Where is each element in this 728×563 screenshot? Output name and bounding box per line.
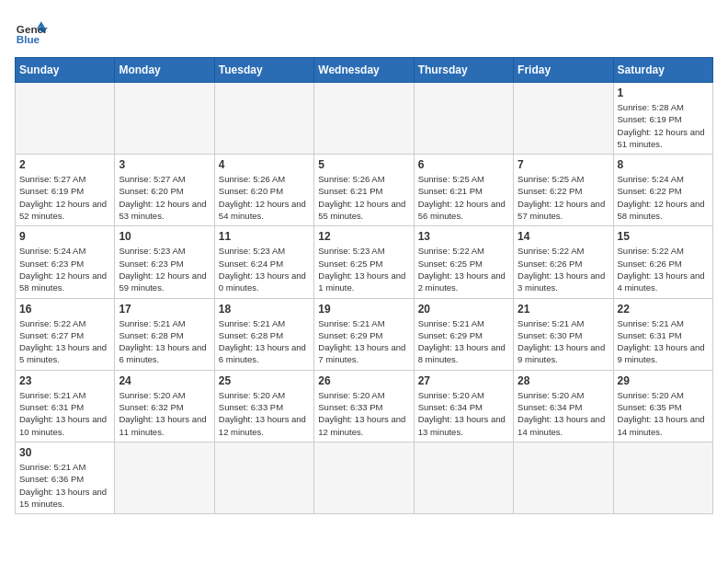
day-cell: 27Sunrise: 5:20 AM Sunset: 6:34 PM Dayli… <box>414 370 513 442</box>
day-cell <box>214 442 313 513</box>
day-number: 19 <box>318 303 409 316</box>
day-cell: 30Sunrise: 5:21 AM Sunset: 6:36 PM Dayli… <box>16 442 115 513</box>
day-cell <box>314 83 414 155</box>
week-row-0: 1Sunrise: 5:28 AM Sunset: 6:19 PM Daylig… <box>16 83 713 155</box>
day-cell: 24Sunrise: 5:20 AM Sunset: 6:32 PM Dayli… <box>115 370 214 442</box>
day-number: 18 <box>219 303 310 316</box>
day-info: Sunrise: 5:24 AM Sunset: 6:22 PM Dayligh… <box>618 173 709 222</box>
day-cell: 14Sunrise: 5:22 AM Sunset: 6:26 PM Dayli… <box>514 226 613 298</box>
day-info: Sunrise: 5:27 AM Sunset: 6:20 PM Dayligh… <box>119 173 210 222</box>
day-number: 10 <box>119 230 210 243</box>
day-number: 5 <box>318 158 409 171</box>
day-cell <box>514 83 613 155</box>
day-info: Sunrise: 5:21 AM Sunset: 6:36 PM Dayligh… <box>19 461 110 510</box>
day-cell <box>314 442 414 513</box>
day-info: Sunrise: 5:25 AM Sunset: 6:21 PM Dayligh… <box>418 173 509 222</box>
day-number: 4 <box>219 158 310 171</box>
day-number: 24 <box>119 374 210 387</box>
calendar: SundayMondayTuesdayWednesdayThursdayFrid… <box>15 57 713 514</box>
day-info: Sunrise: 5:22 AM Sunset: 6:26 PM Dayligh… <box>518 245 609 293</box>
logo: General Blue <box>15 15 48 48</box>
day-cell: 20Sunrise: 5:21 AM Sunset: 6:29 PM Dayli… <box>414 298 513 370</box>
day-number: 15 <box>618 230 709 243</box>
day-number: 30 <box>19 446 110 459</box>
day-cell: 25Sunrise: 5:20 AM Sunset: 6:33 PM Dayli… <box>214 370 313 442</box>
day-cell <box>514 442 613 513</box>
day-cell: 7Sunrise: 5:25 AM Sunset: 6:22 PM Daylig… <box>514 155 613 226</box>
day-cell: 28Sunrise: 5:20 AM Sunset: 6:34 PM Dayli… <box>514 370 613 442</box>
week-row-4: 23Sunrise: 5:21 AM Sunset: 6:31 PM Dayli… <box>16 370 713 442</box>
day-cell: 3Sunrise: 5:27 AM Sunset: 6:20 PM Daylig… <box>115 155 214 226</box>
day-info: Sunrise: 5:21 AM Sunset: 6:28 PM Dayligh… <box>219 317 310 366</box>
day-cell: 2Sunrise: 5:27 AM Sunset: 6:19 PM Daylig… <box>16 155 115 226</box>
day-number: 27 <box>418 374 509 387</box>
day-number: 3 <box>119 158 210 171</box>
day-cell: 19Sunrise: 5:21 AM Sunset: 6:29 PM Dayli… <box>314 298 414 370</box>
day-cell: 21Sunrise: 5:21 AM Sunset: 6:30 PM Dayli… <box>514 298 613 370</box>
day-number: 23 <box>19 374 110 387</box>
day-number: 14 <box>518 230 609 243</box>
day-info: Sunrise: 5:22 AM Sunset: 6:25 PM Dayligh… <box>418 245 509 293</box>
day-cell: 29Sunrise: 5:20 AM Sunset: 6:35 PM Dayli… <box>613 370 712 442</box>
day-info: Sunrise: 5:23 AM Sunset: 6:24 PM Dayligh… <box>219 245 310 293</box>
week-row-3: 16Sunrise: 5:22 AM Sunset: 6:27 PM Dayli… <box>16 298 713 370</box>
day-cell <box>414 442 513 513</box>
day-info: Sunrise: 5:25 AM Sunset: 6:22 PM Dayligh… <box>518 173 609 222</box>
day-cell: 17Sunrise: 5:21 AM Sunset: 6:28 PM Dayli… <box>115 298 214 370</box>
day-info: Sunrise: 5:20 AM Sunset: 6:33 PM Dayligh… <box>318 389 409 438</box>
day-number: 20 <box>418 303 509 316</box>
day-header-monday: Monday <box>115 58 214 83</box>
day-number: 22 <box>618 303 709 316</box>
day-number: 9 <box>19 230 110 243</box>
day-number: 13 <box>418 230 509 243</box>
day-info: Sunrise: 5:28 AM Sunset: 6:19 PM Dayligh… <box>618 101 709 150</box>
day-header-sunday: Sunday <box>16 58 115 83</box>
day-cell: 9Sunrise: 5:24 AM Sunset: 6:23 PM Daylig… <box>16 226 115 298</box>
day-info: Sunrise: 5:23 AM Sunset: 6:25 PM Dayligh… <box>318 245 409 293</box>
day-number: 1 <box>618 86 709 99</box>
svg-text:Blue: Blue <box>17 33 40 45</box>
day-info: Sunrise: 5:21 AM Sunset: 6:31 PM Dayligh… <box>19 389 110 438</box>
day-info: Sunrise: 5:26 AM Sunset: 6:20 PM Dayligh… <box>219 173 310 222</box>
day-number: 6 <box>418 158 509 171</box>
day-cell: 8Sunrise: 5:24 AM Sunset: 6:22 PM Daylig… <box>613 155 712 226</box>
day-number: 11 <box>219 230 310 243</box>
day-cell: 6Sunrise: 5:25 AM Sunset: 6:21 PM Daylig… <box>414 155 513 226</box>
day-info: Sunrise: 5:22 AM Sunset: 6:26 PM Dayligh… <box>618 245 709 293</box>
day-number: 17 <box>119 303 210 316</box>
day-cell: 12Sunrise: 5:23 AM Sunset: 6:25 PM Dayli… <box>314 226 414 298</box>
day-header-thursday: Thursday <box>414 58 513 83</box>
day-header-friday: Friday <box>514 58 613 83</box>
day-header-saturday: Saturday <box>613 58 712 83</box>
day-info: Sunrise: 5:21 AM Sunset: 6:30 PM Dayligh… <box>518 317 609 366</box>
day-cell: 10Sunrise: 5:23 AM Sunset: 6:23 PM Dayli… <box>115 226 214 298</box>
day-info: Sunrise: 5:23 AM Sunset: 6:23 PM Dayligh… <box>119 245 210 293</box>
day-cell: 23Sunrise: 5:21 AM Sunset: 6:31 PM Dayli… <box>16 370 115 442</box>
day-cell: 22Sunrise: 5:21 AM Sunset: 6:31 PM Dayli… <box>613 298 712 370</box>
day-info: Sunrise: 5:24 AM Sunset: 6:23 PM Dayligh… <box>19 245 110 293</box>
day-number: 25 <box>219 374 310 387</box>
day-cell: 16Sunrise: 5:22 AM Sunset: 6:27 PM Dayli… <box>16 298 115 370</box>
week-row-5: 30Sunrise: 5:21 AM Sunset: 6:36 PM Dayli… <box>16 442 713 513</box>
day-number: 28 <box>518 374 609 387</box>
day-info: Sunrise: 5:21 AM Sunset: 6:29 PM Dayligh… <box>418 317 509 366</box>
day-info: Sunrise: 5:21 AM Sunset: 6:28 PM Dayligh… <box>119 317 210 366</box>
day-info: Sunrise: 5:20 AM Sunset: 6:33 PM Dayligh… <box>219 389 310 438</box>
day-info: Sunrise: 5:21 AM Sunset: 6:31 PM Dayligh… <box>618 317 709 366</box>
day-info: Sunrise: 5:27 AM Sunset: 6:19 PM Dayligh… <box>19 173 110 222</box>
day-number: 21 <box>518 303 609 316</box>
day-number: 2 <box>19 158 110 171</box>
day-info: Sunrise: 5:20 AM Sunset: 6:34 PM Dayligh… <box>518 389 609 438</box>
day-cell: 15Sunrise: 5:22 AM Sunset: 6:26 PM Dayli… <box>613 226 712 298</box>
day-number: 26 <box>318 374 409 387</box>
day-info: Sunrise: 5:20 AM Sunset: 6:32 PM Dayligh… <box>119 389 210 438</box>
day-header-tuesday: Tuesday <box>214 58 313 83</box>
day-info: Sunrise: 5:26 AM Sunset: 6:21 PM Dayligh… <box>318 173 409 222</box>
day-number: 16 <box>19 303 110 316</box>
day-cell <box>16 83 115 155</box>
day-cell: 11Sunrise: 5:23 AM Sunset: 6:24 PM Dayli… <box>214 226 313 298</box>
day-cell <box>613 442 712 513</box>
header-row: SundayMondayTuesdayWednesdayThursdayFrid… <box>16 58 713 83</box>
day-cell: 1Sunrise: 5:28 AM Sunset: 6:19 PM Daylig… <box>613 83 712 155</box>
week-row-2: 9Sunrise: 5:24 AM Sunset: 6:23 PM Daylig… <box>16 226 713 298</box>
